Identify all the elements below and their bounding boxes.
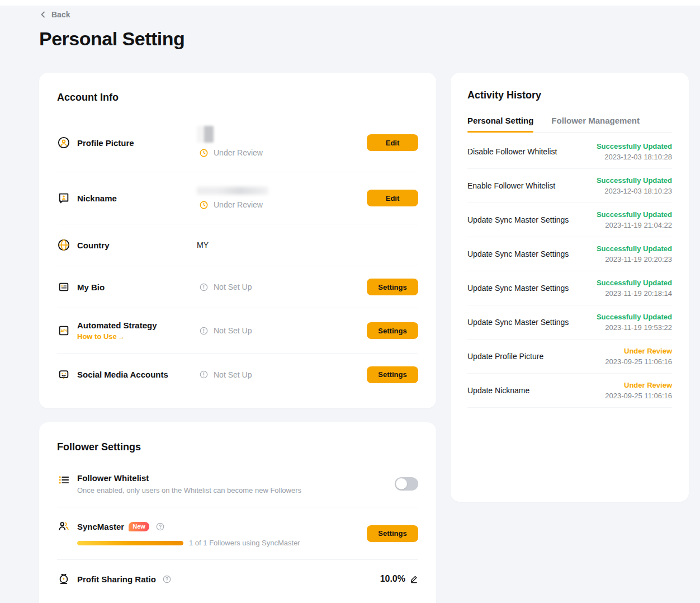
activity-time: 2023-09-25 11:06:16 <box>605 390 672 401</box>
how-to-use-link[interactable]: How to Use <box>77 332 157 341</box>
activity-action: Update Profile Picture <box>467 352 543 361</box>
account-info-heading: Account Info <box>57 92 418 103</box>
activity-status: Under Review <box>605 346 672 356</box>
activity-row: Update Nickname Under Review 2023-09-25 … <box>467 374 672 408</box>
syncmaster-settings-button[interactable]: Settings <box>367 525 418 542</box>
activity-action: Update Sync Master Settings <box>467 318 569 327</box>
follower-settings-heading: Follower Settings <box>57 441 418 453</box>
activity-time: 2023-12-03 18:10:28 <box>597 152 672 162</box>
whitelist-list-icon <box>57 473 70 487</box>
nickname-icon <box>57 191 70 205</box>
back-button[interactable]: Back <box>39 10 70 19</box>
row-my-bio: My Bio Not Set Up Settings <box>57 266 418 308</box>
country-label: Country <box>77 241 110 250</box>
clock-pending-icon <box>197 146 210 159</box>
new-badge: New <box>129 522 149 531</box>
window-top-strip <box>0 0 700 6</box>
syncmaster-users-icon <box>57 520 70 533</box>
activity-status: Successfully Updated <box>597 312 672 322</box>
page-title: Personal Setting <box>39 28 185 50</box>
syncmaster-progress-track <box>77 541 183 545</box>
follower-whitelist-description: Once enabled, only users on the Whitelis… <box>77 486 301 494</box>
profile-picture-thumbnail <box>197 126 214 143</box>
svg-text:API: API <box>60 329 67 333</box>
tab-personal-setting[interactable]: Personal Setting <box>467 116 533 132</box>
social-media-label: Social Media Accounts <box>77 370 168 379</box>
clock-pending-icon <box>197 198 210 211</box>
profile-picture-status: Under Review <box>214 148 263 157</box>
activity-history-list: Disable Follower Whitelist Successfully … <box>467 135 672 408</box>
exclamation-circle-icon <box>197 280 210 294</box>
my-bio-status: Not Set Up <box>214 282 252 291</box>
activity-status: Successfully Updated <box>597 175 672 186</box>
profit-sharing-value: 10.0% <box>380 574 405 584</box>
activity-status: Under Review <box>605 380 672 390</box>
country-value: MY <box>197 241 209 249</box>
row-profile-picture: Profile Picture Under Review Edit <box>57 114 418 172</box>
api-icon: API <box>57 324 70 337</box>
social-media-status: Not Set Up <box>214 370 252 379</box>
activity-action: Update Sync Master Settings <box>467 215 569 224</box>
automated-strategy-settings-button[interactable]: Settings <box>367 322 418 339</box>
activity-time: 2023-11-19 21:04:22 <box>597 220 672 230</box>
activity-history-tabs: Personal Setting Follower Management <box>467 116 672 133</box>
activity-time: 2023-09-25 11:06:16 <box>605 356 672 367</box>
exclamation-circle-icon <box>197 368 210 381</box>
activity-action: Update Sync Master Settings <box>467 249 569 258</box>
activity-status: Successfully Updated <box>597 209 672 220</box>
country-globe-icon <box>57 238 70 252</box>
profile-picture-label: Profile Picture <box>77 138 134 148</box>
row-social-media: Social Media Accounts Not Set Up Setting… <box>57 354 418 395</box>
activity-time: 2023-11-19 20:20:23 <box>597 254 672 265</box>
activity-row: Update Sync Master Settings Successfully… <box>467 271 672 305</box>
my-bio-settings-button[interactable]: Settings <box>367 279 418 295</box>
activity-row: Update Profile Picture Under Review 2023… <box>467 340 672 374</box>
tab-follower-management[interactable]: Follower Management <box>551 116 640 132</box>
activity-action: Update Nickname <box>467 386 529 395</box>
chevron-left-icon <box>39 11 47 18</box>
nickname-edit-button[interactable]: Edit <box>367 190 418 206</box>
social-media-settings-button[interactable]: Settings <box>367 366 418 383</box>
my-bio-label: My Bio <box>77 282 105 292</box>
profit-sharing-edit-icon[interactable] <box>410 575 418 583</box>
row-syncmaster: SyncMaster New 1 of 1 Followers using Sy… <box>57 507 418 560</box>
syncmaster-label: SyncMaster <box>77 522 124 531</box>
nickname-value-blurred <box>197 187 268 195</box>
nickname-label: Nickname <box>77 194 117 203</box>
profit-sharing-icon <box>57 572 70 586</box>
activity-time: 2023-11-19 20:18:14 <box>597 288 672 299</box>
activity-row: Update Sync Master Settings Successfully… <box>467 203 672 237</box>
activity-row: Disable Follower Whitelist Successfully … <box>467 135 672 169</box>
activity-history-card: Activity History Personal Setting Follow… <box>451 73 689 502</box>
activity-row: Update Sync Master Settings Successfully… <box>467 237 672 271</box>
automated-strategy-label: Automated Strategy <box>77 321 157 330</box>
row-follower-whitelist: Follower Whitelist Once enabled, only us… <box>57 461 418 507</box>
row-profit-sharing: Profit Sharing Ratio 10.0% <box>57 560 418 598</box>
my-bio-icon <box>57 280 70 294</box>
syncmaster-progress-fill <box>77 541 183 545</box>
activity-status: Successfully Updated <box>597 243 672 254</box>
nickname-status: Under Review <box>214 200 263 209</box>
activity-status: Successfully Updated <box>597 141 672 152</box>
exclamation-circle-icon <box>197 324 210 337</box>
activity-action: Disable Follower Whitelist <box>467 147 557 156</box>
follower-settings-card: Follower Settings Follower Whitelist Onc… <box>39 422 436 603</box>
profile-picture-edit-button[interactable]: Edit <box>367 134 418 151</box>
activity-time: 2023-11-19 19:53:22 <box>597 322 672 333</box>
back-label: Back <box>51 10 70 19</box>
activity-time: 2023-12-03 18:10:23 <box>597 186 672 196</box>
help-question-icon[interactable] <box>160 572 174 586</box>
row-automated-strategy: API Automated Strategy How to Use Not Se… <box>57 308 418 354</box>
activity-row: Enable Follower Whitelist Successfully U… <box>467 169 672 203</box>
follower-whitelist-toggle[interactable] <box>395 477 418 491</box>
social-media-icon <box>57 368 70 381</box>
activity-status: Successfully Updated <box>597 277 672 288</box>
row-country: Country MY <box>57 224 418 266</box>
profile-picture-icon <box>57 136 70 149</box>
row-nickname: Nickname Under Review Edit <box>57 172 418 224</box>
profit-sharing-label: Profit Sharing Ratio <box>77 574 156 584</box>
activity-action: Update Sync Master Settings <box>467 284 569 293</box>
help-question-icon[interactable] <box>154 520 167 533</box>
activity-action: Enable Follower Whitelist <box>467 181 555 190</box>
automated-strategy-status: Not Set Up <box>214 326 252 335</box>
